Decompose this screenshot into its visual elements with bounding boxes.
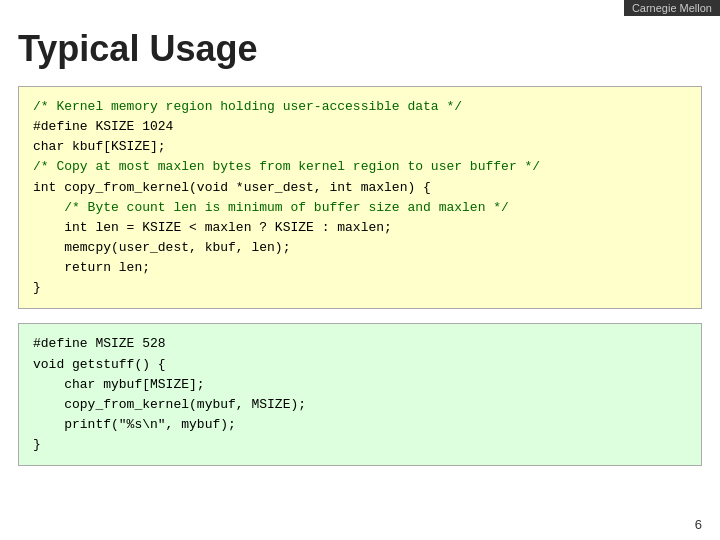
code-line-2: #define KSIZE 1024 xyxy=(33,117,687,137)
code-line-10: return len; xyxy=(33,258,687,278)
code-line-b7: } xyxy=(33,435,687,455)
code-line-1: /* Kernel memory region holding user-acc… xyxy=(33,97,687,117)
code-line-11: } xyxy=(33,278,687,298)
code-line-b4: char mybuf[MSIZE]; xyxy=(33,375,687,395)
brand-label: Carnegie Mellon xyxy=(624,0,720,16)
code-block-kernel: /* Kernel memory region holding user-acc… xyxy=(18,86,702,309)
page-number: 6 xyxy=(695,517,702,532)
code-line-8: int len = KSIZE < maxlen ? KSIZE : maxle… xyxy=(33,218,687,238)
code-block-user: #define MSIZE 528 void getstuff() { char… xyxy=(18,323,702,466)
code-line-9: memcpy(user_dest, kbuf, len); xyxy=(33,238,687,258)
page-title: Typical Usage xyxy=(18,28,720,70)
code-line-5: /* Copy at most maxlen bytes from kernel… xyxy=(33,157,687,177)
code-line-b1: #define MSIZE 528 xyxy=(33,334,687,354)
code-line-6: int copy_from_kernel(void *user_dest, in… xyxy=(33,178,687,198)
code-line-b3: void getstuff() { xyxy=(33,355,687,375)
code-line-7: /* Byte count len is minimum of buffer s… xyxy=(33,198,687,218)
code-line-b5: copy_from_kernel(mybuf, MSIZE); xyxy=(33,395,687,415)
code-line-3: char kbuf[KSIZE]; xyxy=(33,137,687,157)
code-line-b6: printf("%s\n", mybuf); xyxy=(33,415,687,435)
